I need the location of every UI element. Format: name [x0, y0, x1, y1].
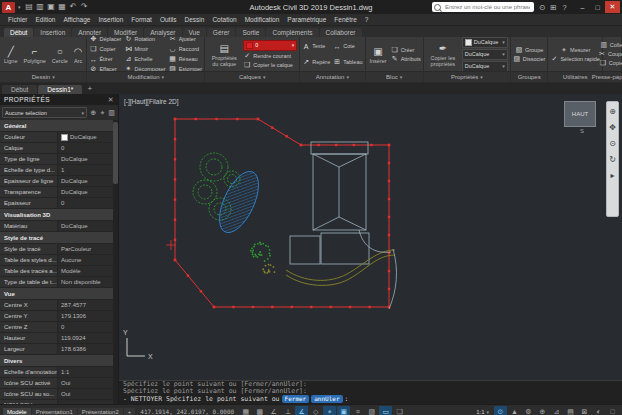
polar-tracking-icon[interactable]: ∡: [295, 406, 308, 415]
new-drawing-tab-button[interactable]: +: [83, 84, 96, 94]
ribbon-tab[interactable]: Sortie: [236, 28, 265, 37]
text-tool[interactable]: A Texte: [302, 43, 330, 50]
new-layout-button[interactable]: +: [124, 408, 136, 415]
layer-dropdown[interactable]: 0 ▾: [243, 40, 297, 51]
property-row[interactable]: Style de tracé ParCouleur: [0, 244, 113, 255]
menu-item[interactable]: Fenêtre: [330, 16, 360, 23]
orbit-icon[interactable]: ↻: [609, 155, 616, 164]
print-icon[interactable]: ▦: [57, 1, 68, 13]
account-icon[interactable]: ⊙: [537, 3, 548, 12]
quick-properties-icon[interactable]: ▤: [564, 406, 577, 415]
property-row[interactable]: Type de table de t... Non disponible: [0, 277, 113, 288]
viewport-controls[interactable]: [-][Haut][Filaire 2D]: [124, 98, 179, 105]
command-input-line[interactable]: - NETTOYER Spécifiez le point suivant ou…: [123, 395, 618, 403]
select-objects-icon[interactable]: ⌖: [98, 109, 107, 117]
menu-item[interactable]: Format: [127, 16, 156, 23]
measure-button[interactable]: ⌖ Mesurer: [560, 46, 590, 54]
navigation-wheel-icon[interactable]: ⊕: [609, 107, 616, 116]
panel-title-modification[interactable]: Modification▾: [87, 71, 204, 82]
arc-tool[interactable]: ◠ Arc: [72, 45, 85, 64]
command-option-button[interactable]: Fermer: [282, 395, 310, 403]
layout-tab[interactable]: Présentation2: [78, 408, 123, 415]
panel-title-presse-papiers[interactable]: Presse-papiers: [603, 71, 621, 82]
menu-item[interactable]: ?: [361, 16, 373, 23]
apps-icon[interactable]: ⊞: [548, 3, 559, 12]
property-row[interactable]: Icône SCU au so... Oui: [0, 389, 113, 400]
lineweight-icon[interactable]: ≡: [351, 406, 364, 415]
showmotion-icon[interactable]: ▸: [610, 171, 614, 180]
array-tool[interactable]: ▦ Réseau: [169, 55, 203, 63]
ribbon-tab[interactable]: Compléments: [266, 28, 318, 37]
property-row[interactable]: Table des tracés a... Modèle: [0, 266, 113, 277]
cut-button[interactable]: ✂ Couper: [598, 50, 622, 58]
quick-select-icon[interactable]: ▥: [107, 109, 116, 117]
scale-tool[interactable]: ⊿ Echelle: [124, 55, 165, 63]
toggle-pickadd-icon[interactable]: ⊕: [89, 109, 98, 117]
match-properties-button[interactable]: ✒ Copier les propriétés: [426, 42, 460, 67]
ribbon-tab[interactable]: Insertion: [34, 28, 71, 37]
new-drawing-icon[interactable]: ▤: [24, 1, 35, 13]
grid-icon[interactable]: ▦: [239, 406, 252, 415]
path-curves[interactable]: [359, 230, 396, 309]
move-tool[interactable]: ✥ Déplacer: [89, 35, 121, 43]
file-tab[interactable]: Dessin1*: [38, 85, 82, 94]
close-button[interactable]: ✕: [605, 1, 620, 13]
annotation-scale[interactable]: 1:1▾: [473, 409, 492, 415]
scrollbar-thumb[interactable]: [113, 122, 118, 184]
property-row[interactable]: Hauteur 119.0924: [0, 333, 113, 344]
property-row[interactable]: Largeur 178.6386: [0, 344, 113, 355]
dimension-tool[interactable]: ↔ Cote: [333, 43, 362, 50]
object-snap-tracking-icon[interactable]: ⌖: [323, 406, 336, 415]
drawing-canvas[interactable]: Y X [-][Haut][Filaire 2D] HAUT S ⊕✥⊙↻▸: [119, 94, 622, 380]
undo-icon[interactable]: ↶: [68, 1, 79, 13]
layer-properties-button[interactable]: ▤ Propriétés du calque: [207, 42, 241, 67]
zoom-icon[interactable]: ⊙: [609, 139, 616, 148]
property-row[interactable]: Type de ligne DuCalque: [0, 154, 113, 165]
file-tab[interactable]: Début: [2, 85, 37, 94]
property-row[interactable]: Echelle de type d... 1: [0, 165, 113, 176]
edit-attributes-button[interactable]: ✎ Attributs: [391, 55, 421, 63]
menu-item[interactable]: Dessin: [181, 16, 209, 23]
property-dropdown[interactable]: DuCalque ▾: [462, 49, 508, 60]
isolate-objects-icon[interactable]: ◐: [592, 406, 605, 415]
ungroup-button[interactable]: ▨ Dissocier: [513, 55, 546, 63]
redo-icon[interactable]: ↷: [79, 1, 90, 13]
property-row[interactable]: Epaisseur de ligne DuCalque: [0, 176, 113, 187]
hatched-pond[interactable]: [211, 166, 266, 238]
create-block-button[interactable]: ❏ Créer: [391, 46, 421, 54]
command-panel[interactable]: Spécifiez le point suivant ou [Fermer/an…: [119, 380, 622, 404]
property-row[interactable]: Couleur DuCalque: [0, 132, 113, 143]
viewcube[interactable]: HAUT: [564, 101, 596, 127]
open-icon[interactable]: ▥: [35, 1, 46, 13]
mirror-tool[interactable]: ⋈ Miroir: [124, 45, 165, 53]
menu-item[interactable]: Modification: [241, 16, 284, 23]
annotation-monitor-icon[interactable]: ⊕: [536, 406, 549, 415]
clean-screen-icon[interactable]: □: [606, 406, 619, 415]
property-row[interactable]: Calque 0: [0, 143, 113, 154]
ortho-icon[interactable]: ⊥: [281, 406, 294, 415]
leader-tool[interactable]: ↗ Repère: [302, 58, 330, 66]
menu-item[interactable]: Insertion: [94, 16, 127, 23]
copy-tool[interactable]: ❏ Copier: [89, 45, 121, 53]
workspace-gear-icon[interactable]: ⚙: [522, 406, 535, 415]
property-row[interactable]: Echelle d'annotation 1:1: [0, 367, 113, 378]
panel-title-groupes[interactable]: Groupes: [511, 71, 548, 82]
ribbon-tab[interactable]: Début: [4, 28, 33, 37]
panel-title-bloc[interactable]: Bloc▾: [366, 71, 423, 82]
property-row[interactable]: Transparence DuCalque: [0, 187, 113, 198]
stretch-tool[interactable]: ↔ Étirer: [89, 56, 121, 63]
object-snap-icon[interactable]: ▣: [337, 406, 350, 415]
app-logo[interactable]: A: [2, 2, 15, 13]
match-layer-button[interactable]: ❏ Copier le calque: [243, 61, 297, 69]
shrub-dots-olive[interactable]: [262, 264, 275, 274]
dynamic-input-icon[interactable]: ▭: [379, 406, 392, 415]
property-row[interactable]: Style de tracé: [0, 232, 113, 244]
pan-icon[interactable]: ✥: [609, 123, 616, 132]
property-row[interactable]: Divers: [0, 355, 113, 367]
group-button[interactable]: ▧ Groupe: [515, 46, 543, 54]
ribbon-tab[interactable]: Gérer: [207, 28, 236, 37]
table-tool[interactable]: ⊞ Tableau: [333, 58, 362, 66]
building-plan[interactable]: [290, 142, 369, 264]
menu-item[interactable]: Outils: [156, 16, 181, 23]
property-row[interactable]: Epaisseur 0: [0, 198, 113, 209]
